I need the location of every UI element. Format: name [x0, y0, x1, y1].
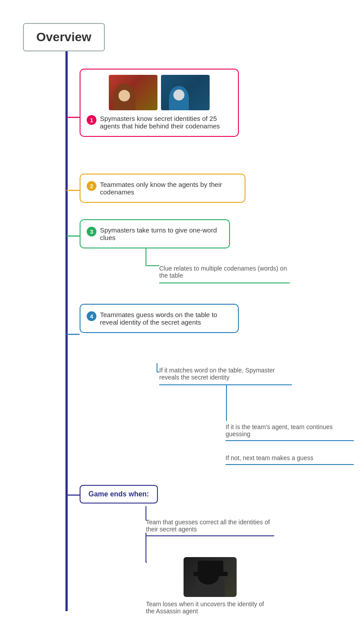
- node4-box: 4 Teammates guess words on the table to …: [80, 304, 239, 333]
- node1-box: 1 Spymasters know secret identities of 2…: [80, 69, 239, 137]
- node1-content: 1 Spymasters know secret identities of 2…: [87, 115, 232, 130]
- node4-subsub-a-text: If it is the team's agent, team continue…: [226, 423, 354, 438]
- node2-badge: 2: [87, 181, 96, 191]
- assassin-image: [184, 557, 237, 597]
- node4-text: Teammates guess words on the table to re…: [100, 311, 232, 326]
- game-end-sub1-text: Team that guesses correct all the identi…: [146, 519, 274, 533]
- overview-title-text: Overview: [36, 30, 92, 44]
- spy-images: [87, 75, 232, 110]
- spymaster-blue-image: [161, 75, 210, 110]
- node1-badge: 1: [87, 115, 96, 125]
- assassin-hat: [198, 561, 223, 574]
- game-end-sub1-box: Team that guesses correct all the identi…: [146, 516, 274, 536]
- game-ends-box: Game ends when:: [80, 485, 158, 504]
- node3-content: 3 Spymasters take turns to give one-word…: [87, 226, 223, 241]
- node4-subsub-b-text: If not, next team makes a guess: [226, 454, 354, 461]
- node3-sub-box: Clue relates to multiple codenames (word…: [159, 261, 290, 283]
- node3-box: 3 Spymasters take turns to give one-word…: [80, 219, 230, 248]
- node4-subsub-a-box: If it is the team's agent, team continue…: [226, 421, 354, 441]
- game-end-sub2-text: Team loses when it uncovers the identity…: [146, 600, 274, 615]
- node3-badge: 3: [87, 227, 96, 236]
- spymaster-red-image: [109, 75, 157, 110]
- node2-text: Teammates only know the agents by their …: [100, 181, 238, 196]
- overview-title: Overview: [23, 23, 105, 51]
- game-end-sub2-box: Team loses when it uncovers the identity…: [146, 554, 274, 615]
- node2-content: 2 Teammates only know the agents by thei…: [87, 181, 238, 196]
- node3-text: Spymasters take turns to give one-word c…: [100, 226, 223, 241]
- node4-sub-text: If it matches word on the table, Spymast…: [159, 367, 292, 381]
- main-vertical-line: [65, 49, 68, 611]
- node4-content: 4 Teammates guess words on the table to …: [87, 311, 232, 326]
- node3-sub-text: Clue relates to multiple codenames (word…: [159, 265, 290, 279]
- node4-badge: 4: [87, 311, 96, 321]
- node4-subsub-b-box: If not, next team makes a guess: [226, 452, 354, 465]
- node2-box: 2 Teammates only know the agents by thei…: [80, 174, 245, 203]
- node1-text: Spymasters know secret identities of 25 …: [100, 115, 232, 130]
- node4-sub-box: If it matches word on the table, Spymast…: [159, 363, 292, 385]
- game-ends-label: Game ends when:: [88, 490, 149, 498]
